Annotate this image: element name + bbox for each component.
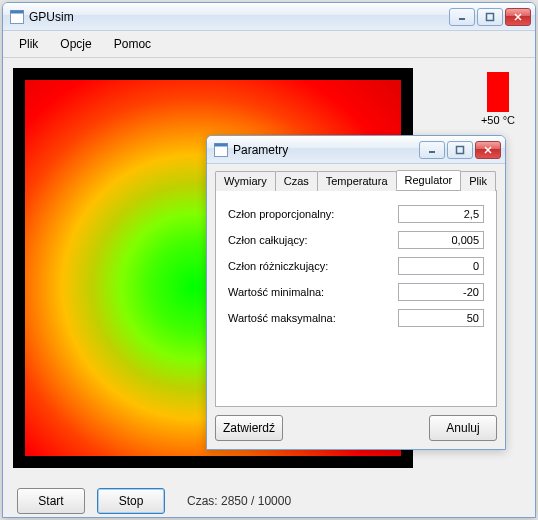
svg-rect-9: [457, 146, 464, 153]
maximize-button[interactable]: [477, 8, 503, 26]
field-integral: Człon całkujący:: [228, 231, 484, 249]
dialog-title: Parametry: [233, 143, 419, 157]
label-max: Wartość maksymalna:: [228, 312, 398, 324]
cancel-button[interactable]: Anuluj: [429, 415, 497, 441]
tab-temperature[interactable]: Temperatura: [317, 171, 397, 191]
label-derivative: Człon różniczkujący:: [228, 260, 398, 272]
tab-file[interactable]: Plik: [460, 171, 496, 191]
main-titlebar[interactable]: GPUsim: [3, 3, 535, 31]
tab-time[interactable]: Czas: [275, 171, 318, 191]
menu-help[interactable]: Pomoc: [106, 35, 159, 53]
parameters-dialog: Parametry Wymiary Czas Temperatura Regul…: [206, 135, 506, 450]
input-min[interactable]: [398, 283, 484, 301]
svg-rect-3: [487, 13, 494, 20]
menu-options[interactable]: Opcje: [52, 35, 99, 53]
input-max[interactable]: [398, 309, 484, 327]
field-max: Wartość maksymalna:: [228, 309, 484, 327]
tab-regulator[interactable]: Regulator: [396, 170, 462, 190]
color-legend: +50 °C: [481, 72, 515, 126]
field-proportional: Człon proporcjonalny:: [228, 205, 484, 223]
dialog-titlebar[interactable]: Parametry: [207, 136, 505, 164]
dialog-icon: [213, 142, 229, 158]
legend-top-label: +50 °C: [481, 114, 515, 126]
tab-dimensions[interactable]: Wymiary: [215, 171, 276, 191]
label-integral: Człon całkujący:: [228, 234, 398, 246]
close-button[interactable]: [505, 8, 531, 26]
status-prefix: Czas:: [187, 494, 221, 508]
status-value: 2850 / 10000: [221, 494, 291, 508]
svg-rect-1: [11, 10, 24, 13]
status-text: Czas: 2850 / 10000: [187, 494, 291, 508]
legend-bar: [487, 72, 509, 112]
main-title: GPUsim: [29, 10, 449, 24]
label-min: Wartość minimalna:: [228, 286, 398, 298]
input-proportional[interactable]: [398, 205, 484, 223]
svg-rect-7: [215, 143, 228, 146]
start-button[interactable]: Start: [17, 488, 85, 514]
field-derivative: Człon różniczkujący:: [228, 257, 484, 275]
menu-file[interactable]: Plik: [11, 35, 46, 53]
stop-button[interactable]: Stop: [97, 488, 165, 514]
menubar: Plik Opcje Pomoc: [3, 31, 535, 58]
label-proportional: Człon proporcjonalny:: [228, 208, 398, 220]
app-icon: [9, 9, 25, 25]
input-derivative[interactable]: [398, 257, 484, 275]
input-integral[interactable]: [398, 231, 484, 249]
dialog-minimize-button[interactable]: [419, 141, 445, 159]
minimize-button[interactable]: [449, 8, 475, 26]
dialog-close-button[interactable]: [475, 141, 501, 159]
ok-button[interactable]: Zatwierdź: [215, 415, 283, 441]
tabstrip: Wymiary Czas Temperatura Regulator Plik: [215, 170, 497, 191]
dialog-maximize-button[interactable]: [447, 141, 473, 159]
field-min: Wartość minimalna:: [228, 283, 484, 301]
tab-content: Człon proporcjonalny: Człon całkujący: C…: [215, 191, 497, 407]
